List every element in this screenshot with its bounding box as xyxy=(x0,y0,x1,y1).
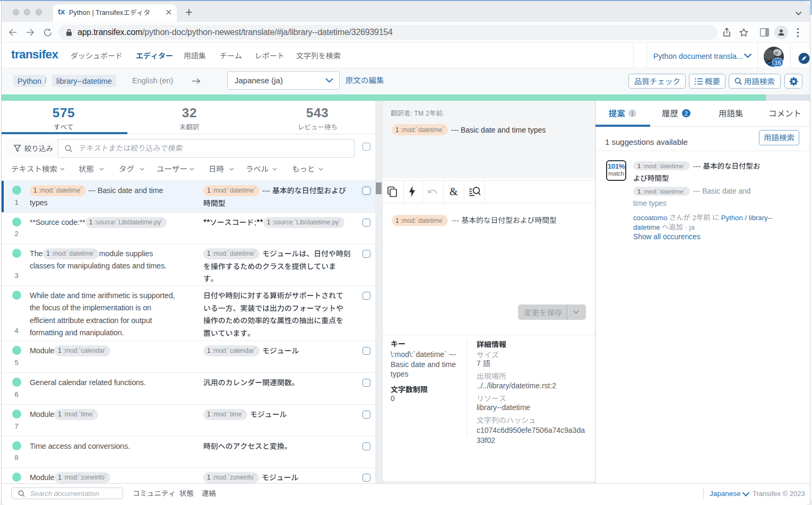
svg-text:&: & xyxy=(450,186,458,197)
